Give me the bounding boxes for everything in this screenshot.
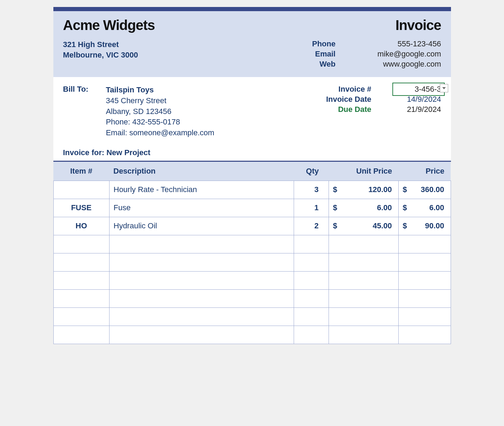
table-row[interactable]: HOHydraulic Oil2$45.00$90.00	[53, 217, 451, 235]
col-qty: Qty	[294, 162, 329, 181]
cell-description[interactable]: Hourly Rate - Technician	[109, 181, 294, 199]
cell-description[interactable]: Hydraulic Oil	[109, 217, 294, 235]
cell-unit-price[interactable]: $120.00	[329, 181, 398, 199]
cell-item[interactable]: HO	[53, 217, 109, 235]
company-address: 321 High Street Melbourne, VIC 3000	[63, 39, 312, 69]
phone-value: 555-123-456	[377, 39, 441, 48]
bill-to-city: Albany, SD 123456	[106, 106, 214, 117]
web-label: Web	[312, 60, 336, 69]
cell-price[interactable]: $6.00	[398, 199, 451, 217]
cell-item[interactable]	[53, 289, 109, 307]
bill-to-email: Email: someone@example.com	[106, 128, 214, 138]
items-table: Item # Description Qty Unit Price Price …	[53, 162, 451, 344]
cell-item[interactable]	[53, 253, 109, 271]
web-value: www.google.com	[377, 60, 441, 69]
meta-section: Bill To: Tailspin Toys 345 Cherry Street…	[53, 77, 451, 161]
col-price: Price	[398, 162, 451, 181]
header: Acme Widgets Invoice 321 High Street Mel…	[53, 11, 451, 77]
cell-description[interactable]	[109, 235, 294, 253]
cell-dropdown-button[interactable]	[440, 84, 448, 92]
cell-qty[interactable]	[294, 307, 329, 326]
cell-qty[interactable]	[294, 326, 329, 344]
table-row[interactable]	[53, 289, 451, 307]
invoice-date-value: 14/9/2024	[382, 95, 441, 104]
cell-unit-price[interactable]	[329, 307, 398, 326]
invoice-meta: Invoice # 3-456-3 Invoice Date 14/9/2024…	[326, 85, 441, 138]
cell-price[interactable]	[398, 253, 451, 271]
bill-to-block: Bill To: Tailspin Toys 345 Cherry Street…	[63, 85, 326, 138]
col-unit-price: Unit Price	[329, 162, 398, 181]
cell-qty[interactable]	[294, 235, 329, 253]
table-row[interactable]	[53, 326, 451, 344]
cell-item[interactable]	[53, 235, 109, 253]
document-type: Invoice	[396, 17, 441, 33]
due-date-value: 21/9/2024	[382, 105, 441, 114]
cell-description[interactable]	[109, 307, 294, 326]
col-description: Description	[109, 162, 294, 181]
table-row[interactable]: FUSEFuse1$6.00$6.00	[53, 199, 451, 217]
bill-to-label: Bill To:	[63, 85, 89, 138]
cell-description[interactable]	[109, 326, 294, 344]
cell-qty[interactable]: 3	[294, 181, 329, 199]
invoice-number-cell[interactable]: 3-456-3	[382, 85, 441, 94]
cell-qty[interactable]: 2	[294, 217, 329, 235]
cell-description[interactable]	[109, 253, 294, 271]
items-section: Item # Description Qty Unit Price Price …	[53, 161, 451, 344]
col-item: Item #	[53, 162, 109, 181]
cell-description[interactable]	[109, 289, 294, 307]
address-line2: Melbourne, VIC 3000	[63, 50, 312, 60]
cell-qty[interactable]	[294, 253, 329, 271]
invoice-number-label: Invoice #	[326, 85, 371, 94]
cell-unit-price[interactable]	[329, 253, 398, 271]
table-row[interactable]	[53, 307, 451, 326]
cell-unit-price[interactable]	[329, 271, 398, 289]
cell-price[interactable]	[398, 271, 451, 289]
cell-qty[interactable]	[294, 271, 329, 289]
invoice-number-value[interactable]: 3-456-3	[392, 83, 445, 96]
cell-unit-price[interactable]	[329, 289, 398, 307]
bill-to-street: 345 Cherry Street	[106, 96, 214, 106]
cell-unit-price[interactable]: $6.00	[329, 199, 398, 217]
items-header-row: Item # Description Qty Unit Price Price	[53, 162, 451, 181]
cell-item[interactable]	[53, 326, 109, 344]
cell-item[interactable]	[53, 307, 109, 326]
company-contact: Phone 555-123-456 Email mike@google.com …	[312, 39, 441, 69]
cell-description[interactable]	[109, 271, 294, 289]
table-row[interactable]	[53, 271, 451, 289]
phone-label: Phone	[312, 39, 336, 48]
address-line1: 321 High Street	[63, 39, 312, 50]
email-label: Email	[312, 50, 336, 59]
cell-price[interactable]	[398, 326, 451, 344]
cell-item[interactable]	[53, 181, 109, 199]
cell-unit-price[interactable]: $45.00	[329, 217, 398, 235]
cell-description[interactable]: Fuse	[109, 199, 294, 217]
chevron-down-icon	[442, 87, 446, 89]
cell-price[interactable]	[398, 307, 451, 326]
cell-unit-price[interactable]	[329, 235, 398, 253]
cell-qty[interactable]: 1	[294, 199, 329, 217]
cell-price[interactable]	[398, 289, 451, 307]
table-row[interactable]	[53, 235, 451, 253]
cell-unit-price[interactable]	[329, 326, 398, 344]
due-date-label: Due Date	[326, 105, 371, 114]
bill-to-name: Tailspin Toys	[106, 85, 214, 96]
table-row[interactable]	[53, 253, 451, 271]
invoice-document: Acme Widgets Invoice 321 High Street Mel…	[53, 7, 451, 344]
invoice-for: Invoice for: New Project	[63, 148, 441, 157]
cell-price[interactable]: $360.00	[398, 181, 451, 199]
accent-bar	[53, 7, 451, 11]
company-name: Acme Widgets	[63, 17, 441, 33]
cell-item[interactable]: FUSE	[53, 199, 109, 217]
table-row[interactable]: Hourly Rate - Technician3$120.00$360.00	[53, 181, 451, 199]
cell-qty[interactable]	[294, 289, 329, 307]
bill-to-phone: Phone: 432-555-0178	[106, 117, 214, 128]
cell-price[interactable]: $90.00	[398, 217, 451, 235]
email-value: mike@google.com	[377, 50, 441, 59]
invoice-date-label: Invoice Date	[326, 95, 371, 104]
cell-item[interactable]	[53, 271, 109, 289]
cell-price[interactable]	[398, 235, 451, 253]
